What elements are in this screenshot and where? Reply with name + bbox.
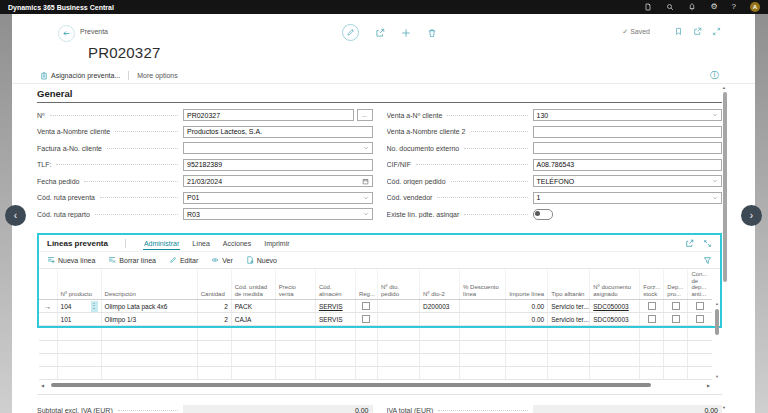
share-icon[interactable] bbox=[375, 28, 385, 38]
cell-imp[interactable]: 0.00 bbox=[506, 313, 548, 326]
checkbox-forz[interactable] bbox=[648, 315, 656, 323]
tab-administrar[interactable]: Administrar bbox=[143, 237, 180, 250]
command-editar[interactable]: Editar bbox=[169, 256, 198, 264]
command-nueva-linea[interactable]: Nueva línea bbox=[47, 256, 95, 264]
next-record-button[interactable]: › bbox=[741, 205, 762, 226]
cell-pct[interactable] bbox=[460, 300, 506, 313]
new-document-icon[interactable] bbox=[401, 28, 411, 38]
table-row-2[interactable]: 101Olimpo 1/32CAJASERVIS0.00Servicio ter… bbox=[39, 313, 712, 326]
column-header-price[interactable]: Precio venta bbox=[275, 269, 315, 300]
field-input-no-documento-externo[interactable] bbox=[533, 142, 723, 154]
field-input-venta-a-nombre-cliente[interactable]: Productos Lacteos, S.A. bbox=[183, 126, 373, 138]
field-input-cod-ruta-preventa[interactable]: P01 bbox=[183, 192, 373, 204]
cell-dtop[interactable] bbox=[377, 313, 419, 326]
cell-price[interactable] bbox=[275, 300, 315, 313]
command-ver[interactable]: Ver bbox=[211, 256, 233, 264]
cell-price[interactable] bbox=[275, 313, 315, 326]
edit-mode-button[interactable] bbox=[342, 24, 359, 41]
settings-gear-icon[interactable]: ⚙ bbox=[710, 3, 717, 11]
cell-tipo[interactable]: Servicio ter... bbox=[548, 300, 590, 313]
cell-alm[interactable]: SERVIS bbox=[315, 313, 355, 326]
checkbox-forz[interactable] bbox=[648, 302, 656, 310]
field-input-cod-origen-pedido[interactable]: TELÉFONO bbox=[533, 175, 723, 187]
delete-icon[interactable] bbox=[427, 28, 437, 38]
table-scroll-down-icon[interactable]: ▼ bbox=[715, 374, 719, 379]
cell-con[interactable] bbox=[688, 313, 712, 326]
field-input-cif-nif[interactable]: A08.786543 bbox=[533, 159, 723, 171]
column-header-imp[interactable]: Importe línea bbox=[506, 269, 548, 300]
bookmark-icon[interactable] bbox=[674, 27, 683, 36]
breadcrumb[interactable]: Preventa bbox=[80, 28, 108, 35]
page-scrollbar-thumb[interactable] bbox=[723, 92, 727, 282]
checkbox-reg[interactable] bbox=[362, 302, 370, 310]
column-header-uom[interactable]: Cód. unidad de medida bbox=[231, 269, 275, 300]
field-input-cod-vendedor[interactable]: 1 bbox=[533, 192, 723, 204]
previous-record-button[interactable]: ‹ bbox=[5, 205, 26, 226]
column-header-reg[interactable]: Reg... bbox=[355, 269, 377, 300]
checkbox-reg[interactable] bbox=[362, 315, 370, 323]
command-borrar-linea[interactable]: Borrar línea bbox=[108, 256, 156, 264]
cell-forz[interactable] bbox=[640, 300, 664, 313]
column-header-dtop[interactable]: Nº dto. pedido bbox=[377, 269, 419, 300]
asignacion-preventa-action[interactable]: Asignación preventa... bbox=[40, 72, 120, 80]
info-icon[interactable]: ⓘ bbox=[710, 71, 719, 80]
cell-uom[interactable]: CAJA bbox=[231, 313, 275, 326]
checkbox-con[interactable] bbox=[696, 302, 704, 310]
cell-doc[interactable]: SDC050003 bbox=[590, 300, 640, 313]
column-header-desc[interactable]: Descripción bbox=[101, 269, 197, 300]
resize-icon[interactable] bbox=[712, 27, 721, 36]
cell-pct[interactable] bbox=[460, 313, 506, 326]
maximize-icon[interactable] bbox=[703, 239, 712, 248]
column-header-tipo[interactable]: Tipo albarán bbox=[548, 269, 590, 300]
cell-tipo[interactable]: Servicio ter... bbox=[548, 313, 590, 326]
cell-doc[interactable]: SDC050003 bbox=[590, 313, 640, 326]
general-section-heading[interactable]: General bbox=[37, 88, 722, 103]
page-scroll-up-icon[interactable]: ▲ bbox=[722, 85, 726, 90]
field-input-tlf[interactable]: 952182389 bbox=[183, 159, 373, 171]
assist-edit-button[interactable]: ... bbox=[357, 109, 373, 121]
more-options[interactable]: More options bbox=[137, 72, 177, 79]
tab-linea[interactable]: Línea bbox=[191, 237, 211, 249]
column-header-doc[interactable]: Nº documento asignado bbox=[590, 269, 640, 300]
table-scroll-up-icon[interactable]: ▲ bbox=[715, 301, 719, 306]
cell-no[interactable]: 101 bbox=[57, 313, 101, 326]
cell-dto2[interactable] bbox=[420, 313, 460, 326]
checkbox-dep[interactable] bbox=[672, 302, 680, 310]
field-input-n[interactable]: PR020327 bbox=[183, 109, 354, 121]
table-row-1[interactable]: →104⋮Olimpo Lata pack 4x62PACKSERVISD200… bbox=[39, 300, 712, 313]
column-header-qty[interactable]: Cantidad bbox=[197, 269, 231, 300]
command-nuevo[interactable]: Nuevo bbox=[246, 256, 277, 264]
avatar[interactable]: A bbox=[750, 2, 760, 12]
field-input-venta-a-nombre-cliente-2[interactable] bbox=[533, 126, 723, 138]
column-header-dep[interactable]: Dep... pro... bbox=[664, 269, 688, 300]
cell-uom[interactable]: PACK bbox=[231, 300, 275, 313]
cell-desc[interactable]: Olimpo Lata pack 4x6 bbox=[101, 300, 197, 313]
cell-forz[interactable] bbox=[640, 313, 664, 326]
cell-desc[interactable]: Olimpo 1/3 bbox=[101, 313, 197, 326]
field-input-venta-a-n-cliente[interactable]: 130 bbox=[533, 109, 723, 121]
column-header-no[interactable]: Nº producto bbox=[57, 269, 101, 300]
page-scrollbar[interactable]: ▲ ▼ bbox=[722, 85, 728, 410]
field-input-cod-ruta-reparto[interactable]: R03 bbox=[183, 208, 373, 220]
checkbox-con[interactable] bbox=[696, 315, 704, 323]
column-header-con[interactable]: Con... de dep... anti... bbox=[688, 269, 712, 300]
help-icon[interactable]: ? bbox=[732, 3, 736, 11]
cell-dto2[interactable]: D200003 bbox=[420, 300, 460, 313]
column-header-pct[interactable]: % Descuento línea bbox=[460, 269, 506, 300]
filter-icon[interactable] bbox=[703, 256, 712, 265]
cell-con[interactable] bbox=[688, 300, 712, 313]
cell-no[interactable]: 104⋮ bbox=[57, 300, 101, 313]
tab-acciones[interactable]: Acciones bbox=[222, 237, 252, 249]
share-lines-icon[interactable] bbox=[685, 239, 694, 248]
column-header-dto2[interactable]: Nº dto-2 bbox=[420, 269, 460, 300]
cell-reg[interactable] bbox=[355, 313, 377, 326]
checkbox-dep[interactable] bbox=[672, 315, 680, 323]
cell-dep[interactable] bbox=[664, 313, 688, 326]
column-header-forz[interactable]: Forz... stock bbox=[640, 269, 664, 300]
cell-qty[interactable]: 2 bbox=[197, 300, 231, 313]
search-icon[interactable] bbox=[666, 3, 674, 11]
horizontal-scrollbar[interactable]: ◀ ▶ bbox=[39, 382, 720, 389]
scroll-left-icon[interactable]: ◀ bbox=[41, 383, 44, 388]
page-scroll-down-icon[interactable]: ▼ bbox=[722, 405, 726, 410]
field-input-fecha-pedido[interactable]: 21/03/2024 bbox=[183, 175, 373, 187]
